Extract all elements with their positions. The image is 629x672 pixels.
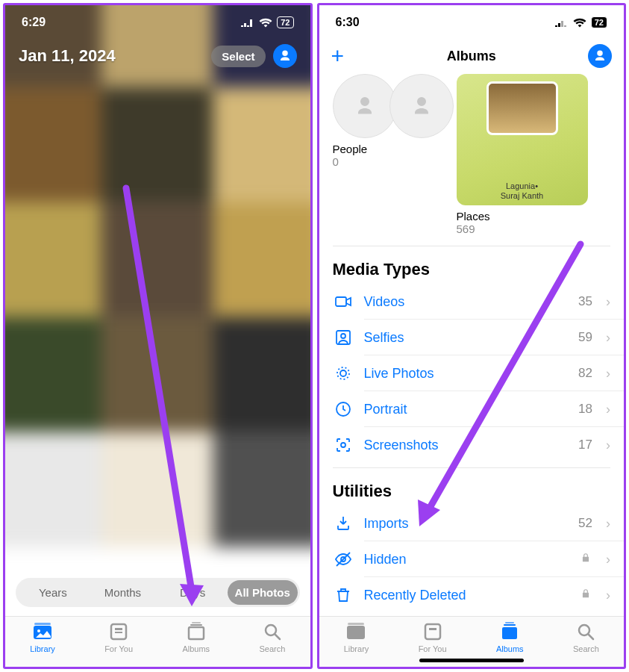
select-button[interactable]: Select <box>211 46 265 67</box>
person-icon <box>593 49 607 63</box>
segment-days[interactable]: Days <box>157 580 228 605</box>
trash-icon <box>333 586 354 604</box>
row-hidden[interactable]: Hidden › <box>319 541 625 577</box>
row-recently-deleted[interactable]: Recently Deleted › <box>319 577 625 613</box>
tab-albums[interactable]: Albums <box>496 621 524 653</box>
tab-label: Search <box>259 644 285 653</box>
tab-search[interactable]: Search <box>259 621 285 653</box>
row-imports[interactable]: Imports 52 › <box>319 505 625 541</box>
row-label: Screenshots <box>364 438 569 453</box>
albums-icon <box>185 621 207 642</box>
svg-rect-26 <box>502 627 517 639</box>
segment-years[interactable]: Years <box>18 580 88 605</box>
svg-point-2 <box>37 629 40 632</box>
row-count: 59 <box>578 330 592 345</box>
svg-point-15 <box>341 334 345 338</box>
row-screenshots[interactable]: Screenshots 17 › <box>319 427 625 463</box>
svg-point-16 <box>340 370 346 376</box>
svg-point-29 <box>579 625 589 635</box>
status-time: 6:30 <box>336 16 360 29</box>
svg-point-17 <box>337 367 349 379</box>
phone-right-albums: 6:30 72 + Albums People 0 <box>317 3 627 669</box>
row-live-photos[interactable]: Live Photos 82 › <box>319 355 625 391</box>
chevron-right-icon: › <box>606 366 610 382</box>
date-heading: Jan 11, 2024 <box>19 46 116 66</box>
chevron-right-icon: › <box>606 438 610 453</box>
tab-search[interactable]: Search <box>573 621 599 653</box>
lock-icon <box>581 553 592 566</box>
svg-rect-22 <box>347 626 365 639</box>
tab-label: Albums <box>182 644 210 653</box>
for-you-icon <box>107 621 130 642</box>
for-you-icon <box>422 621 444 642</box>
selfie-icon <box>333 329 354 346</box>
album-label: Places <box>457 210 588 223</box>
row-label: Imports <box>364 516 569 532</box>
albums-icon <box>498 621 521 642</box>
status-bar: 6:30 72 <box>319 5 625 40</box>
wifi-icon <box>573 18 586 28</box>
library-icon <box>31 621 54 642</box>
video-icon <box>333 293 354 311</box>
battery-indicator: 72 <box>591 16 607 28</box>
section-utilities: Utilities <box>319 476 625 505</box>
profile-button[interactable] <box>588 44 612 68</box>
album-places[interactable]: Lagunia• Suraj Kanth Places 569 <box>457 74 588 235</box>
row-label: Portrait <box>364 402 569 417</box>
tab-label: For You <box>419 644 447 653</box>
map-caption: Lagunia <box>506 181 535 190</box>
chevron-right-icon: › <box>606 516 610 532</box>
segment-all-photos[interactable]: All Photos <box>228 580 298 605</box>
tab-for-you[interactable]: For You <box>104 621 133 653</box>
svg-rect-27 <box>504 624 516 626</box>
people-placeholder-icon <box>333 74 397 138</box>
divider <box>333 246 611 246</box>
tab-albums[interactable]: Albums <box>182 621 210 653</box>
tab-bar-left: Library For You Albums Search <box>5 616 310 667</box>
tab-for-you[interactable]: For You <box>419 621 447 653</box>
tab-label: Search <box>573 644 599 653</box>
row-selfies[interactable]: Selfies 59 › <box>319 320 625 355</box>
places-thumbnail <box>486 81 558 135</box>
row-count: 18 <box>578 402 592 417</box>
tab-library[interactable]: Library <box>30 621 55 653</box>
wifi-icon <box>259 18 272 28</box>
svg-point-9 <box>266 625 276 635</box>
svg-rect-14 <box>337 331 350 344</box>
tab-label: Library <box>30 644 55 653</box>
tab-library[interactable]: Library <box>344 621 369 653</box>
add-album-button[interactable]: + <box>331 45 345 67</box>
svg-rect-8 <box>192 622 201 623</box>
time-range-segmented[interactable]: Years Months Days All Photos <box>16 578 300 607</box>
row-count: 52 <box>578 516 592 531</box>
live-photos-icon <box>333 364 354 382</box>
row-label: Hidden <box>364 552 571 567</box>
places-map-tile: Lagunia• Suraj Kanth <box>457 74 588 205</box>
album-label: People <box>333 143 446 155</box>
chevron-right-icon: › <box>606 330 610 346</box>
svg-rect-28 <box>505 622 514 623</box>
row-portrait[interactable]: Portrait 18 › <box>319 391 625 427</box>
row-label: Videos <box>364 294 569 310</box>
album-people[interactable]: People 0 <box>333 74 446 235</box>
hidden-icon <box>333 550 354 568</box>
divider <box>333 467 611 468</box>
segment-months[interactable]: Months <box>88 580 158 605</box>
svg-rect-4 <box>115 628 122 630</box>
album-count: 0 <box>333 155 446 168</box>
phone-left-library: 6:29 72 Jan 11, 2024 Select Year <box>3 3 313 669</box>
import-icon <box>333 514 354 532</box>
album-count: 569 <box>457 223 588 235</box>
row-count: 17 <box>578 438 592 452</box>
home-indicator[interactable] <box>419 659 524 662</box>
profile-button[interactable] <box>273 44 297 68</box>
svg-rect-6 <box>189 627 204 639</box>
nav-bar: + Albums <box>319 40 625 74</box>
row-count: 82 <box>578 366 592 381</box>
svg-rect-7 <box>190 624 202 626</box>
tab-label: Albums <box>496 644 524 653</box>
tab-label: Library <box>344 644 369 653</box>
svg-line-30 <box>589 635 593 639</box>
row-videos[interactable]: Videos 35 › <box>319 284 625 320</box>
svg-rect-25 <box>429 628 436 630</box>
